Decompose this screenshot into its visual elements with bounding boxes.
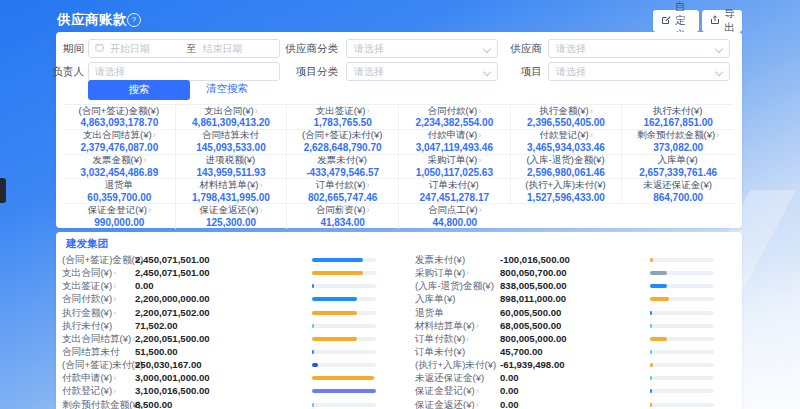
summary-card[interactable]: 进项税额(¥) 143,959,511.93 (176, 155, 288, 180)
summary-card[interactable]: 订单未付(¥) 247,451,278.17 (399, 179, 511, 204)
metric-row: 订单付款(¥)› 800,005,000.00 (56, 332, 742, 345)
metric-row: (执行+入库)未付(¥) -61,939,498.00 (56, 358, 742, 371)
metric-label[interactable]: (执行+入库)未付(¥) (415, 358, 497, 372)
chevron-right-icon: › (478, 106, 481, 116)
summary-card-label: 执行未付(¥) (653, 105, 704, 117)
summary-card-label: 进项税额(¥) (206, 155, 257, 167)
summary-card[interactable]: 退货单 60,359,700.00 (64, 179, 176, 204)
summary-card[interactable]: 执行金额(¥)› 2,396,550,405.00 (511, 105, 623, 130)
summary-card-value: 44,800.00 (433, 217, 478, 229)
summary-card[interactable]: 发票金额(¥)› 3,032,454,486.89 (64, 155, 176, 180)
supplier-category-placeholder: 请选择 (354, 42, 384, 56)
summary-card[interactable]: 材料结算单(¥)› 1,798,431,995.00 (176, 179, 288, 204)
summary-card-value: 247,451,278.17 (420, 192, 490, 204)
supplier-category-select[interactable]: 请选择 (346, 39, 498, 58)
summary-card[interactable]: 保证金返还(¥)› 125,300.00 (176, 204, 288, 229)
summary-card[interactable] (622, 204, 734, 229)
metric-label[interactable]: 采购订单(¥)› (415, 266, 469, 280)
owner-input-wrap[interactable] (88, 62, 280, 81)
summary-card[interactable]: 入库单(¥) 2,657,339,761.46 (622, 155, 734, 180)
metric-row: 退货单 60,005,500.00 (56, 306, 742, 319)
summary-card[interactable]: 合同付款(¥)› 2,234,382,554.00 (399, 105, 511, 130)
summary-card[interactable]: 订单付款(¥)› 802,665,747.46 (287, 179, 399, 204)
summary-card[interactable]: 付款申请(¥)› 3,047,119,493.46 (399, 130, 511, 155)
metric-label[interactable]: (入库-退货)金额(¥) (415, 279, 495, 293)
project-category-label: 项目分类 (278, 62, 338, 81)
metric-label[interactable]: 材料结算单(¥)› (415, 319, 479, 333)
chevron-right-icon: › (716, 130, 719, 140)
summary-card-label: 订单付款(¥)› (316, 179, 370, 191)
chevron-right-icon: › (466, 334, 469, 344)
metric-label[interactable]: 未返还保证金(¥) (415, 371, 485, 385)
summary-card-value: 864,700.00 (653, 192, 703, 204)
page-title: 供应商账款 (57, 11, 127, 29)
end-date-input[interactable] (197, 43, 280, 54)
metric-bar-track (650, 324, 714, 328)
summary-card[interactable]: 合同薪资(¥)› 41,834.00 (287, 204, 399, 229)
summary-card[interactable]: (入库-退货)金额(¥) 2,596,980,061.46 (511, 155, 623, 180)
metric-label[interactable]: 入库单(¥) (415, 292, 457, 306)
summary-card-value: 3,047,119,493.46 (416, 142, 493, 154)
summary-card[interactable]: 采购订单(¥)› 1,050,117,025.63 (399, 155, 511, 180)
chevron-right-icon: › (366, 180, 369, 190)
metric-label[interactable]: 保证金登记(¥)› (415, 384, 479, 398)
supplier-label: 供应商 (482, 39, 542, 58)
summary-card[interactable]: 发票未付(¥) -433,479,546.57 (287, 155, 399, 180)
summary-card-label: 采购订单(¥)› (428, 155, 482, 167)
summary-card[interactable] (511, 204, 623, 229)
summary-card[interactable]: 合同结算未付 145,093,533.00 (176, 130, 288, 155)
summary-card[interactable]: (合同+签证)金额(¥) 4,863,093,178.70 (64, 105, 176, 130)
sidebar-collapse-handle[interactable] (0, 178, 6, 203)
group-name-link[interactable]: 建发集团 (66, 237, 108, 251)
metric-value: 0.00 (500, 371, 519, 384)
project-placeholder: 请选择 (556, 65, 586, 79)
summary-card[interactable]: 支出合同结算(¥)› 2,379,476,087.00 (64, 130, 176, 155)
summary-card[interactable]: 合同点工(¥)› 44,800.00 (399, 204, 511, 229)
calendar-icon (95, 43, 104, 54)
chevron-right-icon: › (466, 268, 469, 278)
summary-card-label: 保证金返还(¥)› (199, 204, 262, 217)
search-button[interactable]: 搜索 (88, 80, 190, 100)
project-category-select[interactable]: 请选择 (346, 62, 498, 81)
metric-value: -61,939,498.00 (500, 358, 565, 371)
summary-card[interactable]: 执行未付(¥) 162,167,851.00 (622, 105, 734, 130)
supplier-select[interactable]: 请选择 (548, 39, 730, 58)
metric-label[interactable]: 保证金返还(¥)› (415, 398, 479, 409)
summary-card-label: 剩余预付款金额(¥)› (637, 130, 719, 142)
period-label: 期间 (24, 39, 84, 58)
summary-card[interactable]: 付款登记(¥)› 3,465,934,033.46 (511, 130, 623, 155)
summary-card-value: 1,798,431,995.00 (192, 192, 270, 204)
metric-value: -100,016,500.00 (500, 253, 570, 266)
chevron-right-icon: › (479, 205, 482, 215)
export-button[interactable]: 导出 (702, 10, 742, 32)
metric-label[interactable]: 订单未付(¥) (415, 345, 466, 359)
metric-bar-track (650, 363, 714, 367)
summary-card[interactable]: 保证金登记(¥)› 990,000.00 (64, 204, 176, 229)
summary-card-value: 60,359,700.00 (87, 192, 151, 204)
summary-card[interactable]: (合同+签证)未付(¥) 2,628,648,790.70 (287, 130, 399, 155)
metric-row: (入库-退货)金额(¥) 838,005,500.00 (56, 279, 742, 292)
summary-card-label: 入库单(¥) (658, 155, 699, 167)
summary-card[interactable]: (执行+入库)未付(¥) 1,527,596,433.00 (511, 179, 623, 204)
date-range-input[interactable]: 至 (88, 39, 280, 58)
summary-card[interactable]: 支出签证(¥)› 1,783,765.50 (287, 105, 399, 130)
summary-card[interactable]: 未返还保证金(¥) 864,700.00 (622, 179, 734, 204)
start-date-input[interactable] (104, 43, 187, 54)
summary-card-value: 4,863,093,178.70 (80, 117, 158, 129)
metric-label[interactable]: 退货单 (415, 306, 445, 320)
summary-card[interactable]: 支出合同(¥)› 4,861,309,413.20 (176, 105, 288, 130)
metric-label[interactable]: 发票未付(¥) (415, 253, 466, 267)
group-rows-right: 发票未付(¥) -100,016,500.00 采购订单(¥)› 800,050… (56, 253, 742, 409)
summary-card-label: 执行金额(¥)› (539, 105, 593, 117)
summary-card[interactable]: 剩余预付款金额(¥)› 373,082.00 (622, 130, 734, 155)
metric-bar-track (650, 376, 714, 380)
owner-input[interactable] (89, 66, 279, 77)
clear-search-button[interactable]: 清空搜索 (206, 82, 248, 96)
project-select[interactable]: 请选择 (548, 62, 730, 81)
summary-card-label: (执行+入库)未付(¥) (525, 179, 607, 191)
metric-bar-fill (650, 389, 652, 393)
customize-button[interactable]: 自定义 (653, 10, 699, 32)
summary-card-label (678, 210, 679, 223)
help-icon[interactable]: ? (127, 13, 141, 27)
metric-label[interactable]: 订单付款(¥)› (415, 332, 469, 346)
